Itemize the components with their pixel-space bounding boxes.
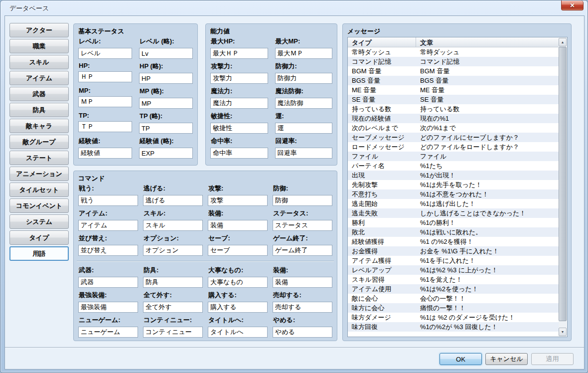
command-equip2-field: 装備: (273, 266, 332, 291)
message-row[interactable]: BGS 音量BGS 音量 (348, 76, 559, 85)
message-row[interactable]: 常時ダッシュ常時ダッシュ (348, 47, 559, 57)
message-row[interactable]: お金獲得お金を %1\G 手に入れた！ (348, 246, 559, 256)
message-row[interactable]: レベルアップ%1は%2 %3 に上がった！ (348, 265, 559, 275)
sidebar-item-classes[interactable]: 職業 (9, 39, 69, 53)
param-luck-input[interactable] (275, 123, 333, 134)
message-row[interactable]: 勝利%1の勝利！ (348, 218, 559, 227)
param-evasion-rate-input[interactable] (275, 148, 333, 159)
command-clear-all-input[interactable] (143, 302, 203, 313)
command-attack-input[interactable] (208, 195, 268, 206)
param-magic-defense-input[interactable] (275, 98, 333, 109)
command-sort-input[interactable] (78, 245, 138, 256)
column-header-text[interactable]: 文章 (416, 37, 559, 47)
message-row[interactable]: 味方ダメージ%1は %2 のダメージを受けた！ (348, 313, 559, 322)
basic-tp-input[interactable] (78, 121, 132, 132)
command-save-input[interactable] (208, 245, 268, 256)
scroll-down-button[interactable]: ▼ (559, 328, 567, 336)
message-row[interactable]: 味方回復%1の%2が %3 回復した！ (348, 322, 559, 332)
sidebar-item-actors[interactable]: アクター (9, 23, 69, 37)
message-row[interactable]: 逃走開始%1は逃げ出した！ (348, 199, 559, 208)
command-armor-input[interactable] (143, 277, 203, 288)
sidebar-item-weapons[interactable]: 武器 (9, 87, 69, 101)
command-skill-input[interactable] (143, 220, 203, 231)
command-buy-input[interactable] (208, 302, 268, 313)
close-button[interactable]: ✕ (561, 0, 584, 10)
sidebar-item-troops[interactable]: 敵グループ (9, 135, 69, 149)
command-equip2-input[interactable] (273, 277, 332, 288)
message-row[interactable]: セーブメッセージどのファイルにセーブしますか？ (348, 133, 559, 142)
param-agility-input[interactable] (210, 123, 268, 134)
param-hit-rate-input[interactable] (210, 148, 268, 159)
sidebar-item-tilesets[interactable]: タイルセット (9, 183, 69, 197)
message-row[interactable]: 経験値獲得%1 の%2を獲得！ (348, 237, 559, 246)
command-escape-input[interactable] (143, 195, 203, 206)
message-row[interactable]: スキル習得%1を覚えた！ (348, 275, 559, 284)
param-max-mp-input[interactable] (275, 48, 333, 59)
message-row[interactable]: 敵に会心会心の一撃！！ (348, 294, 559, 303)
sidebar-item-armors[interactable]: 防具 (9, 103, 69, 117)
command-key-item-input[interactable] (208, 277, 268, 288)
message-row[interactable]: 不意打ち%1は不意をつかれた！ (348, 189, 559, 199)
message-row[interactable]: 出現%1が出現！ (348, 171, 559, 180)
message-row[interactable]: ロードメッセージどのファイルをロードしますか？ (348, 142, 559, 152)
cancel-button[interactable]: キャンセル (485, 353, 528, 365)
command-to-title-input[interactable] (208, 327, 268, 338)
basic-mp-input[interactable] (78, 96, 132, 107)
sidebar-item-animations[interactable]: アニメーション (9, 167, 69, 181)
basic-level-short-input[interactable] (139, 48, 193, 59)
command-options-input[interactable] (143, 245, 203, 256)
command-status-input[interactable] (273, 220, 332, 231)
basic-exp-short-input[interactable] (139, 148, 193, 159)
sidebar-item-types[interactable]: タイプ (9, 230, 69, 245)
command-guard-input[interactable] (273, 195, 332, 206)
command-continue-input[interactable] (143, 327, 203, 338)
command-fight-input[interactable] (78, 195, 138, 206)
scroll-up-button[interactable]: ▲ (559, 38, 567, 46)
command-new-game-input[interactable] (78, 327, 138, 338)
basic-exp-input[interactable] (78, 148, 132, 159)
message-row[interactable]: 次のレベルまで次の%1まで (348, 123, 559, 133)
message-row[interactable]: 先制攻撃%1は先手を取った！ (348, 180, 559, 189)
basic-level-input[interactable] (78, 48, 132, 59)
basic-hp-input[interactable] (78, 71, 132, 82)
message-row[interactable]: 持っている数持っている数 (348, 104, 559, 114)
command-item-input[interactable] (78, 220, 138, 231)
sidebar-item-items[interactable]: アイテム (9, 71, 69, 85)
message-row[interactable]: BGM 音量BGM 音量 (348, 66, 559, 76)
sidebar-item-common-events[interactable]: コモンイベント (9, 198, 69, 213)
command-equip-input[interactable] (208, 220, 268, 231)
sidebar-item-states[interactable]: ステート (9, 151, 69, 165)
sidebar-item-skills[interactable]: スキル (9, 55, 69, 69)
param-max-hp-input[interactable] (210, 48, 268, 59)
command-sell-input[interactable] (273, 302, 332, 313)
vertical-scrollbar[interactable]: ▲ ▼ (559, 38, 567, 336)
command-weapon-input[interactable] (78, 277, 138, 288)
command-game-end-input[interactable] (273, 245, 332, 256)
param-attack-input[interactable] (210, 73, 268, 84)
message-row[interactable]: 敗北%1は戦いに敗れた。 (348, 227, 559, 237)
sidebar-item-system[interactable]: システム (9, 214, 69, 229)
message-row[interactable]: アイテム使用%1は%2を使った！ (348, 284, 559, 294)
command-optimize-input[interactable] (78, 302, 138, 313)
message-row[interactable]: コマンド記憶コマンド記憶 (348, 57, 559, 66)
titlebar[interactable]: データベース ✕ (0, 0, 588, 15)
basic-hp-short-input[interactable] (139, 73, 193, 84)
param-defense-input[interactable] (275, 73, 333, 84)
message-row[interactable]: SE 音量SE 音量 (348, 95, 559, 104)
scrollbar-thumb[interactable] (559, 47, 567, 321)
basic-tp-short-input[interactable] (139, 123, 193, 134)
ok-button[interactable]: OK (440, 353, 482, 365)
message-row[interactable]: アイテム獲得%1を手に入れた！ (348, 256, 559, 265)
command-cancel-input[interactable] (273, 327, 332, 338)
basic-mp-short-input[interactable] (139, 98, 193, 109)
message-row[interactable]: ME 音量ME 音量 (348, 85, 559, 95)
sidebar-item-terms[interactable]: 用語 (9, 246, 69, 261)
message-row[interactable]: パーティ名%1たち (348, 161, 559, 171)
message-row[interactable]: 現在の経験値現在の%1 (348, 114, 559, 123)
param-magic-attack-input[interactable] (210, 98, 268, 109)
column-header-type[interactable]: タイプ (348, 37, 416, 47)
message-row[interactable]: 逃走失敗しかし逃げることはできなかった！ (348, 208, 559, 218)
message-row[interactable]: ファイルファイル (348, 152, 559, 161)
sidebar-item-enemies[interactable]: 敵キャラ (9, 119, 69, 133)
message-row[interactable]: 味方に会心痛恨の一撃！！ (348, 303, 559, 313)
